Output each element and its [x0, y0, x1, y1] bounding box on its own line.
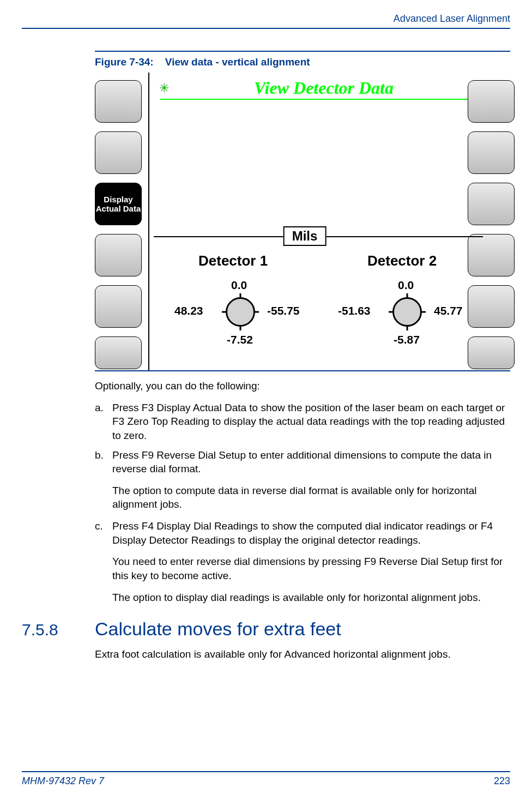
section-title: Calculate moves for extra feet: [95, 618, 341, 640]
detector2-label: Detector 2: [367, 252, 437, 269]
softkey-f9[interactable]: [468, 183, 515, 225]
section-number: 7.5.8: [22, 621, 95, 639]
softkey-f8[interactable]: [468, 131, 515, 174]
figure-caption: View data - vertical alignment: [165, 56, 310, 68]
note-text: You need to enter reverse dial dimension…: [112, 555, 510, 582]
intro-text: Optionally, you can do the following:: [95, 379, 510, 393]
screen-title: View Detector Data: [160, 78, 487, 98]
page-footer: MHM-97432 Rev 7 223: [22, 771, 510, 787]
ui-label: F9 Reverse Dial Setup: [142, 449, 246, 461]
softkey-f12[interactable]: [468, 336, 515, 369]
softkey-f2[interactable]: [95, 131, 142, 174]
detector1-dial: [226, 297, 255, 327]
detector1-label: Detector 1: [198, 252, 268, 269]
detector1-right: -55.75: [267, 304, 300, 317]
text: Press: [112, 520, 142, 532]
softkey-f1[interactable]: [95, 80, 142, 123]
list-marker: b.: [95, 448, 104, 462]
detector1-top: 0.0: [231, 279, 247, 292]
note-text-2: The option to display dial readings is a…: [112, 591, 510, 605]
text: to show the position of the laser beam o…: [246, 402, 505, 413]
figure-block: Figure 7-34: View data - vertical alignm…: [95, 51, 510, 371]
figure-label: Figure 7-34:: [95, 56, 154, 68]
detector2-right: 45.77: [434, 304, 463, 317]
detector2-left: -51.63: [338, 304, 371, 317]
list-item-a: a. Press F3 Display Actual Data to show …: [95, 401, 510, 443]
section-text: Extra foot calculation is available only…: [95, 647, 510, 661]
ui-label: F3 Zero Top Reading: [112, 416, 209, 427]
chapter-title: Advanced Laser Alignment: [22, 13, 510, 25]
softkey-f3-display-actual-data[interactable]: Display Actual Data: [95, 183, 142, 225]
detector2-bottom: -5.87: [394, 333, 420, 346]
list-item-c: c. Press F4 Display Dial Readings to sho…: [95, 519, 510, 604]
page-number: 223: [494, 775, 510, 787]
softkey-f10[interactable]: [468, 234, 515, 276]
screen-title-underline: [160, 99, 487, 100]
note-text: The option to compute data in reverse di…: [112, 484, 510, 512]
device-screenshot: ✳ View Detector Data Display Actual Data: [95, 73, 515, 370]
detector2-top: 0.0: [398, 279, 414, 292]
doc-id: MHM-97432 Rev 7: [22, 775, 104, 787]
text: Press: [112, 449, 142, 461]
softkey-f5[interactable]: [95, 285, 142, 328]
softkey-f6[interactable]: [95, 336, 142, 369]
text: to display the original detector reading…: [235, 534, 421, 546]
header-rule: [22, 28, 510, 29]
softkey-f11[interactable]: [468, 285, 515, 328]
ui-label: F4 Display Dial Readings: [142, 520, 258, 532]
units-label: Mils: [283, 226, 327, 246]
detector1-bottom: -7.52: [227, 333, 253, 346]
softkey-f4[interactable]: [95, 234, 142, 276]
text: Press: [112, 402, 142, 413]
softkey-f7[interactable]: [468, 80, 515, 123]
list-marker: c.: [95, 519, 103, 533]
softkey-f3-label: Display Actual Data: [95, 195, 141, 214]
list-marker: a.: [95, 401, 104, 415]
detector1-left: 48.23: [174, 304, 203, 317]
ui-label: F3 Display Actual Data: [142, 402, 246, 413]
ui-label: F9 Reverse Dial Setup: [364, 556, 468, 567]
left-divider: [148, 73, 149, 370]
list-item-b: b. Press F9 Reverse Dial Setup to enter …: [95, 448, 510, 512]
text: to show the computed dial indicator read…: [258, 520, 481, 532]
detector2-dial: [392, 297, 422, 327]
